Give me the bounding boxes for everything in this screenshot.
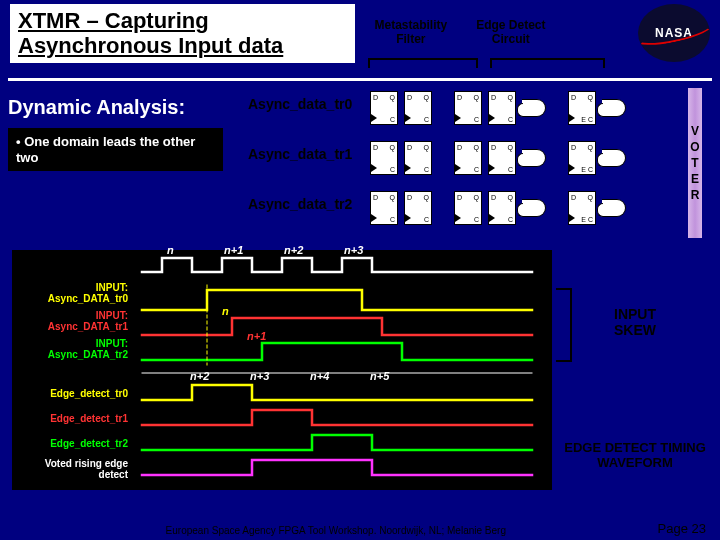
edge-label-1: Edge_detect_tr1 — [18, 413, 128, 424]
footer-text: European Space Agency FPGA Tool Workshop… — [166, 525, 506, 536]
bullet-point: • One domain leads the other two — [8, 128, 223, 171]
title-line1: XTMR – Capturing — [18, 8, 209, 33]
input-label-2: INPUT: Async_DATA_tr2 — [18, 338, 128, 360]
clk-n2: n+2 — [284, 244, 303, 256]
flipflop-icon: DQC — [404, 191, 432, 225]
voted-label: Voted rising edge detect — [18, 458, 128, 480]
clk-n1: n+1 — [224, 244, 243, 256]
nasa-logo: NASA — [638, 4, 710, 62]
brace-metastability — [368, 58, 478, 66]
lane-label-1: Async_data_tr1 — [248, 146, 352, 162]
and-gate-icon — [522, 149, 546, 167]
clk-n3: n+3 — [344, 244, 363, 256]
in2-tick: n+1 — [247, 330, 266, 342]
page-number: Page 23 — [658, 521, 706, 536]
brace-edge — [490, 58, 605, 66]
et2: n+4 — [310, 370, 329, 382]
flipflop-icon: DQE C — [568, 191, 596, 225]
flipflop-icon: DQE C — [568, 141, 596, 175]
edge-waveform-label: EDGE DETECT TIMING WAVEFORM — [560, 440, 710, 470]
flipflop-icon: DQC — [404, 91, 432, 125]
block-labels: Metastability Filter Edge Detect Circuit — [360, 18, 560, 46]
flipflop-icon: DQC — [370, 91, 398, 125]
title-line2: Asynchronous Input data — [18, 33, 283, 58]
flipflop-icon: DQC — [404, 141, 432, 175]
et3: n+5 — [370, 370, 389, 382]
metastability-label: Metastability Filter — [374, 18, 447, 46]
input-label-0: INPUT: Async_DATA_tr0 — [18, 282, 128, 304]
edge-label-2: Edge_detect_tr2 — [18, 438, 128, 449]
brace-input-skew — [558, 288, 572, 362]
timing-diagram: n n+1 n+2 n+3 n n+1 n+2 n+3 n+4 n+5 INPU… — [12, 250, 552, 490]
and-gate-icon — [522, 99, 546, 117]
edge-detect-label: Edge Detect Circuit — [476, 18, 545, 46]
flipflop-icon: DQC — [488, 141, 516, 175]
flipflop-icon: DQC — [488, 191, 516, 225]
circuit-row-1: DQC DQC DQC DQC DQE C — [370, 138, 680, 178]
flipflop-icon: DQC — [454, 91, 482, 125]
flipflop-icon: DQE C — [568, 91, 596, 125]
edge-label-0: Edge_detect_tr0 — [18, 388, 128, 399]
title-underline — [8, 78, 712, 81]
input-skew-label: INPUT SKEW — [585, 306, 685, 338]
flipflop-icon: DQC — [370, 191, 398, 225]
et0: n+2 — [190, 370, 209, 382]
or-gate-icon — [602, 99, 626, 117]
footer: European Space Agency FPGA Tool Workshop… — [0, 521, 720, 536]
clk-n: n — [167, 244, 174, 256]
or-gate-icon — [602, 199, 626, 217]
flipflop-icon: DQC — [454, 141, 482, 175]
in1-tick: n — [222, 305, 229, 317]
lane-label-2: Async_data_tr2 — [248, 196, 352, 212]
or-gate-icon — [602, 149, 626, 167]
lane-label-0: Async_data_tr0 — [248, 96, 352, 112]
flipflop-icon: DQC — [454, 191, 482, 225]
and-gate-icon — [522, 199, 546, 217]
flipflop-icon: DQC — [488, 91, 516, 125]
dynamic-analysis-heading: Dynamic Analysis: — [8, 96, 185, 119]
voter-block: VOTER — [688, 88, 702, 238]
et1: n+3 — [250, 370, 269, 382]
circuit-row-0: DQC DQC DQC DQC DQE C — [370, 88, 680, 128]
slide-title: XTMR – Capturing Asynchronous Input data — [10, 4, 355, 63]
flipflop-icon: DQC — [370, 141, 398, 175]
input-label-1: INPUT: Async_DATA_tr1 — [18, 310, 128, 332]
circuit-row-2: DQC DQC DQC DQC DQE C — [370, 188, 680, 228]
